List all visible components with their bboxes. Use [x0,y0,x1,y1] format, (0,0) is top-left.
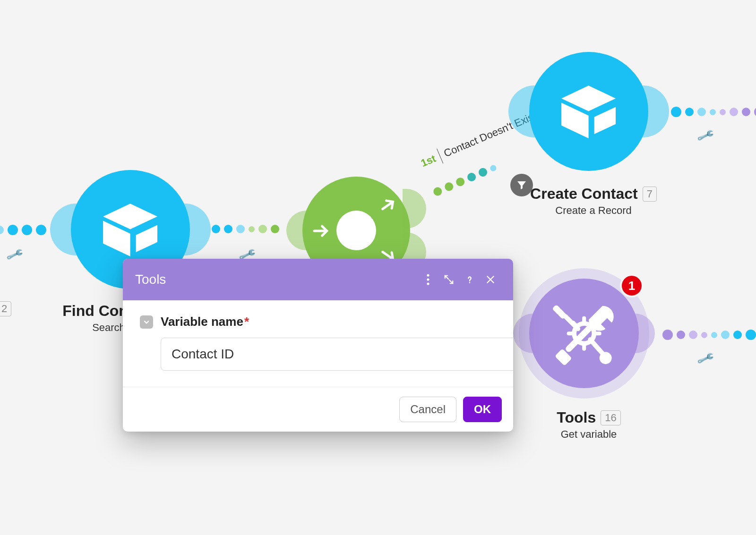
notification-badge: 1 [620,274,644,297]
svg-point-16 [427,274,429,276]
more-vertical-icon [427,274,430,285]
expand-icon [444,274,454,285]
svg-point-17 [427,278,429,280]
arrow-icon [375,192,402,218]
close-icon [486,275,495,284]
expand-button[interactable] [438,269,459,290]
module-index: 2 [0,301,11,316]
wrench-icon: 🔧 [696,349,716,368]
node-create-contact[interactable] [529,52,648,171]
svg-line-11 [566,316,578,329]
arrow-icon [312,221,331,240]
wrench-icon: 🔧 [6,245,25,264]
node-tools[interactable]: 1 [529,279,639,388]
help-button[interactable] [459,269,480,290]
wrench-icon: 🔧 [696,126,716,145]
tools-icon [546,295,622,372]
node-create-contact-label: Create Contact 7 Create a Record [508,185,679,217]
field-label: Variable name* [161,314,249,329]
router-center-icon [336,211,376,250]
cancel-button[interactable]: Cancel [399,397,456,422]
cube-icon [553,76,624,147]
close-button[interactable] [480,269,501,290]
chevron-down-icon [143,319,150,325]
variable-name-input[interactable] [161,338,513,371]
module-index: 7 [643,187,657,202]
more-button[interactable] [418,269,438,290]
dialog-header[interactable]: Tools [123,259,513,300]
svg-line-13 [590,340,602,353]
dialog-title: Tools [135,272,418,287]
collapse-toggle[interactable] [140,315,153,329]
cube-icon [94,194,166,265]
svg-point-18 [427,282,429,285]
node-tools-label: Tools 16 Get variable [518,409,660,441]
svg-point-19 [469,282,471,283]
help-icon [464,274,475,285]
module-index: 16 [601,410,620,425]
svg-line-14 [569,326,592,349]
tools-config-dialog: Tools Variable name* [123,259,513,432]
ok-button[interactable]: OK [463,397,502,422]
